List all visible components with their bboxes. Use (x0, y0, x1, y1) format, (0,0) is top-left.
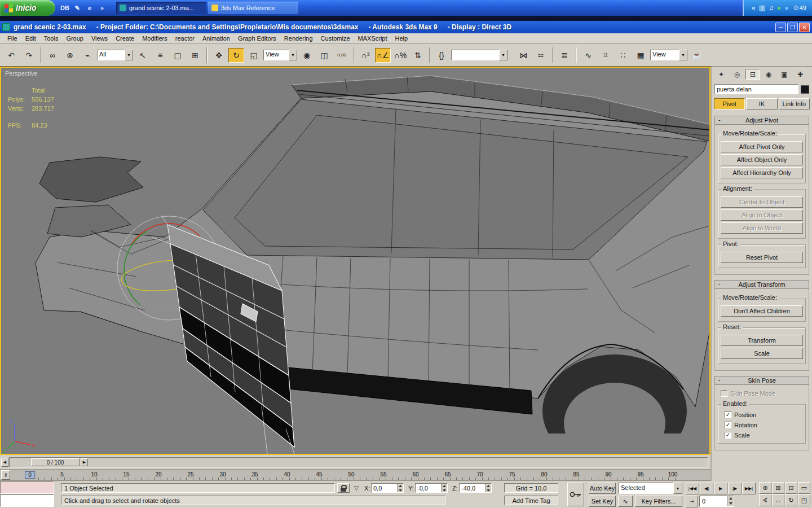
slider-right-arrow[interactable]: ▶ (81, 458, 88, 466)
align-icon[interactable]: ≍ (533, 48, 549, 63)
tab-create-icon[interactable]: ✦ (714, 69, 729, 80)
spinner-snap-value-icon[interactable]: 0.00 (334, 48, 350, 63)
rect-selection-region-icon[interactable]: ▢ (170, 48, 186, 63)
window-crossing-icon[interactable]: ⊞ (187, 48, 203, 63)
key-mode-toggle[interactable]: ⇥ (686, 496, 698, 507)
tab-display-icon[interactable]: ▣ (777, 69, 792, 80)
go-to-end-button[interactable]: ▶▶| (742, 483, 756, 494)
affect-pivot-only-button[interactable]: Affect Pivot Only (721, 141, 803, 152)
restore-icon[interactable]: ❐ (787, 23, 798, 32)
affect-object-only-button[interactable]: Affect Object Only (721, 154, 803, 165)
quicklaunch-overflow-chevron[interactable]: » (97, 2, 107, 14)
quick-render-teapot-icon[interactable]: ☕ (689, 48, 705, 63)
reset-scale-button[interactable]: Scale (721, 348, 803, 359)
zoom-extents-all-icon[interactable]: ⊡ (785, 482, 797, 494)
selection-filter-dropdown[interactable]: All▼ (97, 50, 133, 60)
quicklaunch-db-icon[interactable]: DB (60, 2, 70, 14)
zoom-region-icon[interactable]: ▭ (798, 482, 810, 494)
z-spinner[interactable] (485, 484, 491, 492)
selection-lock-toggle[interactable] (337, 483, 350, 493)
percent-snap-icon[interactable]: ∩% (392, 48, 408, 63)
snaps-toggle-3d-icon[interactable]: ∩³ (358, 48, 373, 63)
link-info-button[interactable]: Link Info (779, 98, 810, 110)
affect-hierarchy-only-button[interactable]: Affect Hierarchy Only (721, 167, 803, 178)
menu-help[interactable]: Help (391, 34, 412, 43)
zoom-all-icon[interactable]: ⊞ (772, 482, 784, 494)
quicklaunch-ie-icon[interactable]: e (85, 2, 95, 14)
rotation-checkbox[interactable]: ✓ Rotation (720, 420, 804, 430)
key-mode-dropdown[interactable]: Selected ▼ (618, 483, 682, 494)
minimize-icon[interactable]: ─ (775, 23, 786, 32)
mini-curve-editor-toggle[interactable]: ⇕ (1, 470, 10, 480)
x-coord-field[interactable]: 0,0 (371, 483, 404, 493)
mirror-icon[interactable]: ⋈ (515, 48, 531, 63)
tab-modify-icon[interactable]: ◎ (730, 69, 744, 80)
auto-key-button[interactable]: Auto Key (589, 483, 616, 494)
arc-rotate-icon[interactable]: ↻ (785, 494, 797, 506)
set-key-button[interactable]: Set Key (589, 496, 616, 507)
maximize-viewport-icon[interactable]: ◳ (798, 494, 810, 506)
tab-hierarchy-icon[interactable]: ⊟ (745, 69, 760, 80)
dropdown-arrow-icon[interactable]: ▼ (499, 50, 508, 60)
frame-spinner[interactable] (727, 496, 734, 506)
select-and-rotate-icon[interactable]: ↻ (228, 48, 244, 63)
dropdown-arrow-icon[interactable]: ▼ (125, 50, 133, 60)
dropdown-arrow-icon[interactable]: ▼ (673, 483, 682, 494)
time-slider-handle[interactable]: 0 / 100 (31, 458, 80, 466)
menu-tools[interactable]: Tools (40, 34, 63, 43)
spinner-snap-icon[interactable]: ⇅ (410, 48, 426, 63)
unlink-selection-icon[interactable]: ⊗ (62, 48, 78, 63)
tray-volume-icon[interactable]: ♫ (769, 5, 774, 11)
default-tangent-button[interactable]: ∿ (618, 496, 633, 507)
add-time-tag-field[interactable]: Add Time Tag (504, 496, 558, 505)
rollout-header-adjust-pivot[interactable]: - Adjust Pivot (714, 116, 809, 125)
time-slider-track[interactable]: 0 / 100 ▶ (9, 457, 708, 467)
reference-coordinate-dropdown[interactable]: View▼ (263, 50, 297, 60)
close-icon[interactable]: ✕ (799, 23, 810, 32)
menu-group[interactable]: Group (62, 34, 87, 43)
select-and-scale-icon[interactable]: ◱ (246, 48, 262, 63)
fov-icon[interactable]: ∢ (759, 494, 771, 506)
layer-manager-icon[interactable]: ≣ (557, 48, 572, 63)
undo-icon[interactable]: ↶ (3, 48, 19, 63)
y-spinner[interactable] (441, 484, 447, 492)
dropdown-arrow-icon[interactable]: ▼ (289, 50, 297, 60)
task-button-max[interactable]: grand scenic 2-03.ma... (116, 2, 206, 14)
viewport-label[interactable]: Perspective (5, 70, 37, 77)
menu-customize[interactable]: Customize (317, 34, 354, 43)
schematic-view-icon[interactable]: ⌗ (598, 48, 614, 63)
transform-typein-toggle[interactable]: ▽ (352, 483, 361, 493)
named-selection-sets-icon[interactable]: {} (434, 48, 449, 63)
slider-left-arrow[interactable]: ◀ (1, 458, 8, 467)
render-setup-icon[interactable]: ▦ (633, 48, 648, 63)
x-spinner[interactable] (397, 484, 403, 492)
skin-pose-mode-checkbox[interactable]: Skin Pose Mode (716, 388, 807, 398)
current-frame-field[interactable]: 0 (699, 496, 734, 507)
tray-network-icon[interactable]: ● (784, 5, 788, 11)
play-button[interactable]: ▶ (714, 483, 727, 494)
tray-display-icon[interactable]: ▥ (759, 5, 765, 11)
menu-reactor[interactable]: reactor (171, 34, 198, 43)
pivot-button[interactable]: Pivot (714, 98, 745, 110)
select-and-move-icon[interactable]: ✥ (211, 48, 227, 63)
menu-animation[interactable]: Animation (198, 34, 234, 43)
curve-editor-icon[interactable]: ∿ (580, 48, 596, 63)
zoom-icon[interactable]: ⊕ (759, 482, 771, 494)
rollout-header-adjust-transform[interactable]: - Adjust Transform (714, 280, 809, 289)
angle-snap-icon[interactable]: ∩∠ (375, 48, 391, 63)
align-to-object-button[interactable]: Align to Object (721, 209, 803, 221)
maxscript-mini-listener[interactable] (0, 494, 54, 507)
select-and-manipulate-icon[interactable]: ◫ (316, 48, 332, 63)
tray-antivirus-icon[interactable]: ● (777, 5, 781, 11)
tray-hide-arrow-icon[interactable]: « (752, 5, 756, 11)
menu-views[interactable]: Views (87, 34, 112, 43)
dont-affect-children-button[interactable]: Don't Affect Children (721, 305, 803, 317)
key-filters-button[interactable]: Key Filters... (635, 496, 682, 507)
quicklaunch-brush-icon[interactable]: ✎ (72, 2, 82, 14)
render-type-dropdown[interactable]: View▼ (650, 50, 687, 60)
next-frame-button[interactable]: |▶ (728, 483, 742, 494)
menu-create[interactable]: Create (112, 34, 138, 43)
track-bar[interactable]: ⇕ 05101520253035404550556065707580859095… (0, 470, 710, 481)
menu-graph-editors[interactable]: Graph Editors (234, 34, 280, 43)
reset-pivot-button[interactable]: Reset Pivot (721, 252, 803, 263)
